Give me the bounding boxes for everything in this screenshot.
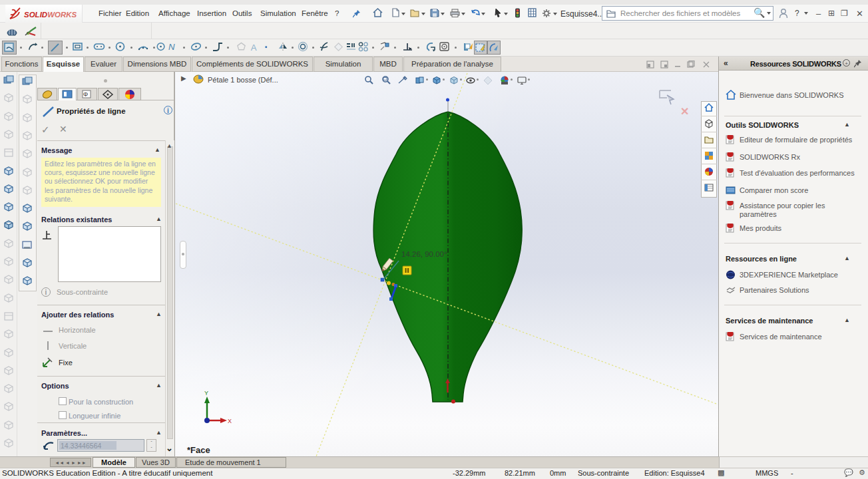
svg-text:Φ: Φ <box>83 91 88 98</box>
svg-text:Y: Y <box>204 390 208 397</box>
svg-text:A: A <box>251 43 257 53</box>
svg-text:14.26, 90.00°: 14.26, 90.00° <box>401 250 447 258</box>
svg-text:SOLIDWORKS: SOLIDWORKS <box>24 11 77 19</box>
svg-text:*Face: *Face <box>187 445 210 455</box>
svg-text:X: X <box>228 418 232 424</box>
svg-text:N: N <box>168 42 175 52</box>
